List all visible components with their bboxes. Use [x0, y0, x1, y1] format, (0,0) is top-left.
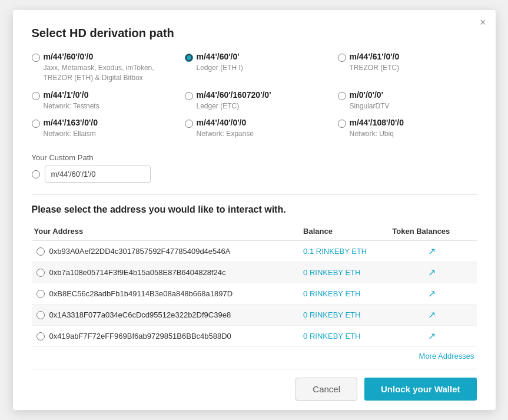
balance-link-0[interactable]: 0.1 RINKEBY ETH [303, 247, 367, 256]
more-addresses-link[interactable]: More Addresses [419, 352, 474, 361]
token-icon-3[interactable]: ↗︎ [428, 310, 436, 320]
col-header-address: Your Address [32, 223, 299, 241]
token-icon-1[interactable]: ↗︎ [428, 267, 436, 277]
deriv-label-3[interactable]: m/44'/61'/0'/0 [338, 52, 477, 62]
deriv-option-7: m/44'/163'/0'/0 Network: Ellaism [32, 118, 171, 139]
deriv-sub-6: SingularDTV [350, 101, 477, 111]
deriv-sub-3: TREZOR (ETC) [350, 63, 477, 73]
deriv-sub-4: Network: Testnets [44, 101, 171, 111]
custom-path-row [32, 166, 477, 183]
deriv-option-3: m/44'/61'/0'/0 TREZOR (ETC) [338, 52, 477, 83]
balance-link-4[interactable]: 0 RINKEBY ETH [303, 332, 360, 340]
address-cell-0: 0xb93A0Aef22DD4c3017857592F47785409d4e54… [32, 241, 299, 262]
dialog-footer: Cancel Unlock your Wallet [32, 369, 477, 410]
deriv-radio-3[interactable] [338, 54, 346, 62]
token-cell-4: ↗︎ [387, 326, 476, 347]
deriv-path-8: m/44'/40'/0'/0 [197, 118, 247, 127]
table-row: 0xb7a108e05714F3f9E4b15a058E87B6404828f2… [32, 262, 477, 283]
deriv-option-6: m/0'/0'/0' SingularDTV [338, 90, 477, 111]
balance-link-1[interactable]: 0 RINKEBY ETH [303, 268, 360, 277]
deriv-path-4: m/44'/1'/0'/0 [44, 90, 89, 100]
deriv-radio-6[interactable] [338, 92, 346, 100]
deriv-path-3: m/44'/61'/0'/0 [350, 52, 400, 61]
deriv-radio-1[interactable] [32, 54, 40, 62]
token-icon-0[interactable]: ↗︎ [428, 246, 436, 256]
deriv-option-2: m/44'/60'/0' Ledger (ETH I) [185, 52, 324, 83]
deriv-radio-7[interactable] [32, 120, 40, 128]
deriv-radio-5[interactable] [185, 92, 193, 100]
table-row: 0x419abF7F72eFF969Bf6ab9729851B6BBc4b588… [32, 326, 477, 347]
section-divider [32, 194, 477, 195]
deriv-option-5: m/44'/60'/160720'/0' Ledger (ETC) [185, 90, 324, 111]
token-cell-2: ↗︎ [387, 283, 476, 305]
deriv-radio-2[interactable] [185, 54, 193, 62]
custom-path-section: Your Custom Path [32, 153, 477, 183]
deriv-option-1: m/44'/60'/0'/0 Jaxx, Metamask, Exodus, i… [32, 52, 171, 83]
deriv-label-9[interactable]: m/44'/108'/0'/0 [338, 118, 477, 128]
deriv-path-1: m/44'/60'/0'/0 [44, 52, 94, 61]
address-cell-3: 0x1A3318F077a034eC6cDcd95512e322b2Df9C39… [32, 305, 299, 326]
cancel-button[interactable]: Cancel [295, 378, 357, 401]
address-radio-1[interactable] [36, 269, 45, 277]
deriv-radio-8[interactable] [185, 120, 193, 128]
custom-path-label: Your Custom Path [32, 153, 477, 162]
balance-cell-3: 0 RINKEBY ETH [298, 305, 387, 326]
deriv-label-5[interactable]: m/44'/60'/160720'/0' [185, 90, 324, 100]
deriv-label-1[interactable]: m/44'/60'/0'/0 [32, 52, 171, 62]
balance-cell-0: 0.1 RINKEBY ETH [298, 241, 387, 262]
address-value-0: 0xb93A0Aef22DD4c3017857592F47785409d4e54… [49, 247, 231, 256]
address-value-2: 0xB8EC56c28adbFb1b49114B3e08a848b668a189… [49, 289, 233, 298]
derivation-path-grid: m/44'/60'/0'/0 Jaxx, Metamask, Exodus, i… [32, 52, 477, 139]
table-row: 0xb93A0Aef22DD4c3017857592F47785409d4e54… [32, 241, 477, 262]
token-cell-0: ↗︎ [387, 241, 476, 262]
balance-link-3[interactable]: 0 RINKEBY ETH [303, 310, 360, 319]
custom-path-input[interactable] [45, 166, 151, 183]
col-header-balance: Balance [298, 223, 387, 241]
deriv-path-2: m/44'/60'/0' [197, 52, 240, 61]
address-radio-0[interactable] [36, 247, 45, 256]
balance-link-2[interactable]: 0 RINKEBY ETH [303, 289, 360, 298]
deriv-radio-9[interactable] [338, 120, 346, 128]
deriv-sub-1: Jaxx, Metamask, Exodus, imToken, TREZOR … [44, 63, 171, 83]
deriv-label-8[interactable]: m/44'/40'/0'/0 [185, 118, 324, 128]
col-header-token: Token Balances [387, 223, 476, 241]
deriv-path-9: m/44'/108'/0'/0 [350, 118, 404, 127]
address-radio-3[interactable] [36, 311, 45, 319]
deriv-label-7[interactable]: m/44'/163'/0'/0 [32, 118, 171, 128]
address-cell-1: 0xb7a108e05714F3f9E4b15a058E87B6404828f2… [32, 262, 299, 283]
deriv-radio-4[interactable] [32, 92, 40, 100]
table-row: 0xB8EC56c28adbFb1b49114B3e08a848b668a189… [32, 283, 477, 305]
deriv-path-5: m/44'/60'/160720'/0' [197, 90, 271, 100]
unlock-button[interactable]: Unlock your Wallet [364, 378, 476, 401]
token-icon-4[interactable]: ↗︎ [428, 331, 436, 341]
deriv-sub-5: Ledger (ETC) [197, 101, 324, 111]
address-radio-4[interactable] [36, 332, 45, 340]
address-value-1: 0xb7a108e05714F3f9E4b15a058E87B6404828f2… [49, 268, 226, 277]
deriv-sub-7: Network: Ellaism [44, 129, 171, 139]
address-value-4: 0x419abF7F72eFF969Bf6ab9729851B6BBc4b588… [49, 332, 231, 340]
table-row: 0x1A3318F077a034eC6cDcd95512e322b2Df9C39… [32, 305, 477, 326]
balance-cell-2: 0 RINKEBY ETH [298, 283, 387, 305]
close-button[interactable]: × [480, 17, 486, 28]
custom-path-radio[interactable] [32, 170, 40, 178]
address-table: Your Address Balance Token Balances 0xb9… [32, 223, 477, 347]
deriv-option-8: m/44'/40'/0'/0 Network: Expanse [185, 118, 324, 139]
address-radio-2[interactable] [36, 290, 45, 298]
token-cell-3: ↗︎ [387, 305, 476, 326]
token-icon-2[interactable]: ↗︎ [428, 289, 436, 299]
address-value-3: 0x1A3318F077a034eC6cDcd95512e322b2Df9C39… [49, 310, 231, 319]
deriv-sub-8: Network: Expanse [197, 129, 324, 139]
address-cell-2: 0xB8EC56c28adbFb1b49114B3e08a848b668a189… [32, 283, 299, 305]
dialog-title: Select HD derivation path [32, 27, 477, 40]
deriv-label-6[interactable]: m/0'/0'/0' [338, 90, 477, 100]
balance-cell-4: 0 RINKEBY ETH [298, 326, 387, 347]
more-addresses-container: More Addresses [32, 347, 477, 366]
hd-derivation-dialog: × Select HD derivation path m/44'/60'/0'… [13, 10, 496, 410]
balance-cell-1: 0 RINKEBY ETH [298, 262, 387, 283]
deriv-label-4[interactable]: m/44'/1'/0'/0 [32, 90, 171, 100]
address-section-title: Please select the address you would like… [32, 204, 477, 215]
deriv-path-6: m/0'/0'/0' [350, 90, 383, 100]
deriv-path-7: m/44'/163'/0'/0 [44, 118, 98, 127]
deriv-label-2[interactable]: m/44'/60'/0' [185, 52, 324, 62]
deriv-option-9: m/44'/108'/0'/0 Network: Ubiq [338, 118, 477, 139]
